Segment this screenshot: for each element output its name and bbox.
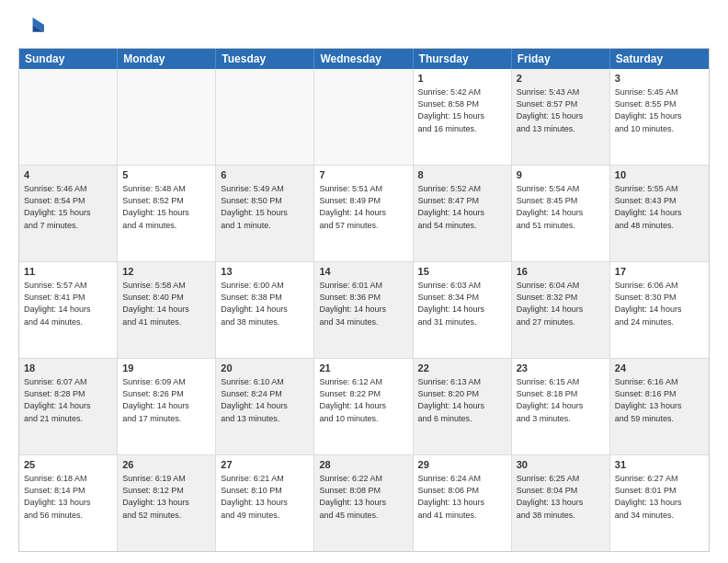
day-number: 6: [221, 168, 309, 182]
day-number: 25: [24, 458, 112, 472]
calendar-header-cell: Sunday: [19, 49, 118, 69]
cell-info: Sunrise: 5:45 AMSunset: 8:55 PMDaylight:…: [615, 86, 704, 134]
day-number: 26: [122, 458, 210, 472]
cell-info: Sunrise: 5:48 AMSunset: 8:52 PMDaylight:…: [122, 183, 210, 231]
calendar-cell: 25Sunrise: 6:18 AMSunset: 8:14 PMDayligh…: [19, 455, 118, 551]
calendar-header-cell: Wednesday: [314, 49, 413, 69]
calendar-header-cell: Friday: [512, 49, 610, 69]
day-number: 20: [221, 362, 309, 375]
day-number: 21: [319, 362, 407, 375]
day-number: 12: [122, 265, 210, 279]
cell-info: Sunrise: 5:58 AMSunset: 8:40 PMDaylight:…: [122, 280, 210, 327]
calendar-week: 25Sunrise: 6:18 AMSunset: 8:14 PMDayligh…: [19, 455, 709, 551]
calendar-cell: 23Sunrise: 6:15 AMSunset: 8:18 PMDayligh…: [512, 359, 610, 454]
day-number: 29: [418, 458, 506, 472]
logo-icon: [18, 15, 44, 40]
cell-info: Sunrise: 6:09 AMSunset: 8:26 PMDaylight:…: [122, 376, 210, 424]
calendar-cell: 22Sunrise: 6:13 AMSunset: 8:20 PMDayligh…: [414, 359, 512, 454]
day-number: 24: [615, 362, 704, 375]
cell-info: Sunrise: 6:24 AMSunset: 8:06 PMDaylight:…: [418, 473, 506, 521]
day-number: 10: [615, 168, 704, 182]
cell-info: Sunrise: 5:54 AMSunset: 8:45 PMDaylight:…: [517, 183, 605, 231]
calendar-cell: [19, 69, 118, 165]
calendar-week: 18Sunrise: 6:07 AMSunset: 8:28 PMDayligh…: [19, 359, 709, 455]
day-number: 18: [24, 362, 112, 375]
cell-info: Sunrise: 5:51 AMSunset: 8:49 PMDaylight:…: [319, 183, 407, 231]
cell-info: Sunrise: 6:16 AMSunset: 8:16 PMDaylight:…: [615, 376, 704, 424]
calendar-cell: 20Sunrise: 6:10 AMSunset: 8:24 PMDayligh…: [216, 359, 314, 454]
calendar: SundayMondayTuesdayWednesdayThursdayFrid…: [18, 48, 710, 552]
cell-info: Sunrise: 6:27 AMSunset: 8:01 PMDaylight:…: [615, 473, 704, 521]
cell-info: Sunrise: 5:55 AMSunset: 8:43 PMDaylight:…: [615, 183, 704, 231]
cell-info: Sunrise: 6:01 AMSunset: 8:36 PMDaylight:…: [319, 280, 407, 327]
calendar-cell: 10Sunrise: 5:55 AMSunset: 8:43 PMDayligh…: [610, 166, 709, 261]
cell-info: Sunrise: 6:04 AMSunset: 8:32 PMDaylight:…: [517, 280, 605, 327]
day-number: 27: [221, 458, 309, 472]
page: SundayMondayTuesdayWednesdayThursdayFrid…: [0, 0, 728, 563]
cell-info: Sunrise: 5:52 AMSunset: 8:47 PMDaylight:…: [418, 183, 506, 231]
cell-info: Sunrise: 6:25 AMSunset: 8:04 PMDaylight:…: [517, 473, 605, 521]
cell-info: Sunrise: 5:49 AMSunset: 8:50 PMDaylight:…: [221, 183, 309, 231]
day-number: 5: [122, 168, 210, 182]
calendar-cell: 18Sunrise: 6:07 AMSunset: 8:28 PMDayligh…: [19, 359, 118, 454]
calendar-cell: 8Sunrise: 5:52 AMSunset: 8:47 PMDaylight…: [414, 166, 512, 261]
cell-info: Sunrise: 6:06 AMSunset: 8:30 PMDaylight:…: [615, 280, 704, 327]
calendar-cell: 11Sunrise: 5:57 AMSunset: 8:41 PMDayligh…: [19, 262, 118, 358]
calendar-header-cell: Saturday: [610, 49, 709, 69]
calendar-week: 11Sunrise: 5:57 AMSunset: 8:41 PMDayligh…: [19, 262, 709, 359]
calendar-header: SundayMondayTuesdayWednesdayThursdayFrid…: [19, 49, 709, 69]
cell-info: Sunrise: 6:00 AMSunset: 8:38 PMDaylight:…: [221, 280, 309, 327]
calendar-cell: 19Sunrise: 6:09 AMSunset: 8:26 PMDayligh…: [118, 359, 216, 454]
day-number: 2: [517, 72, 605, 86]
cell-info: Sunrise: 5:42 AMSunset: 8:58 PMDaylight:…: [418, 86, 506, 134]
calendar-body: 1Sunrise: 5:42 AMSunset: 8:58 PMDaylight…: [19, 69, 709, 551]
calendar-cell: 9Sunrise: 5:54 AMSunset: 8:45 PMDaylight…: [512, 166, 610, 261]
cell-info: Sunrise: 6:21 AMSunset: 8:10 PMDaylight:…: [221, 473, 309, 521]
day-number: 16: [517, 265, 605, 279]
calendar-cell: 4Sunrise: 5:46 AMSunset: 8:54 PMDaylight…: [19, 166, 118, 261]
calendar-cell: 16Sunrise: 6:04 AMSunset: 8:32 PMDayligh…: [512, 262, 610, 358]
cell-info: Sunrise: 6:12 AMSunset: 8:22 PMDaylight:…: [319, 376, 407, 424]
cell-info: Sunrise: 6:19 AMSunset: 8:12 PMDaylight:…: [122, 473, 210, 521]
logo: [18, 15, 48, 40]
day-number: 22: [418, 362, 506, 375]
day-number: 28: [319, 458, 407, 472]
calendar-cell: 14Sunrise: 6:01 AMSunset: 8:36 PMDayligh…: [314, 262, 413, 358]
cell-info: Sunrise: 5:43 AMSunset: 8:57 PMDaylight:…: [517, 86, 605, 134]
day-number: 17: [615, 265, 704, 279]
calendar-cell: 27Sunrise: 6:21 AMSunset: 8:10 PMDayligh…: [216, 455, 314, 551]
day-number: 19: [122, 362, 210, 375]
cell-info: Sunrise: 5:57 AMSunset: 8:41 PMDaylight:…: [24, 280, 112, 327]
calendar-cell: 7Sunrise: 5:51 AMSunset: 8:49 PMDaylight…: [314, 166, 413, 261]
day-number: 8: [418, 168, 506, 182]
cell-info: Sunrise: 6:03 AMSunset: 8:34 PMDaylight:…: [418, 280, 506, 327]
day-number: 14: [319, 265, 407, 279]
calendar-cell: 31Sunrise: 6:27 AMSunset: 8:01 PMDayligh…: [610, 455, 709, 551]
day-number: 4: [24, 168, 112, 182]
calendar-header-cell: Thursday: [414, 49, 512, 69]
calendar-header-cell: Tuesday: [216, 49, 314, 69]
calendar-cell: 26Sunrise: 6:19 AMSunset: 8:12 PMDayligh…: [118, 455, 216, 551]
cell-info: Sunrise: 6:15 AMSunset: 8:18 PMDaylight:…: [517, 376, 605, 424]
calendar-cell: 3Sunrise: 5:45 AMSunset: 8:55 PMDaylight…: [610, 69, 709, 165]
calendar-cell: 21Sunrise: 6:12 AMSunset: 8:22 PMDayligh…: [314, 359, 413, 454]
cell-info: Sunrise: 6:13 AMSunset: 8:20 PMDaylight:…: [418, 376, 506, 424]
day-number: 1: [418, 72, 506, 86]
cell-info: Sunrise: 6:18 AMSunset: 8:14 PMDaylight:…: [24, 473, 112, 521]
calendar-cell: 2Sunrise: 5:43 AMSunset: 8:57 PMDaylight…: [512, 69, 610, 165]
cell-info: Sunrise: 5:46 AMSunset: 8:54 PMDaylight:…: [24, 183, 112, 231]
day-number: 30: [517, 458, 605, 472]
calendar-cell: 13Sunrise: 6:00 AMSunset: 8:38 PMDayligh…: [216, 262, 314, 358]
calendar-cell: 12Sunrise: 5:58 AMSunset: 8:40 PMDayligh…: [118, 262, 216, 358]
calendar-cell: [118, 69, 216, 165]
calendar-cell: 28Sunrise: 6:22 AMSunset: 8:08 PMDayligh…: [314, 455, 413, 551]
calendar-cell: 30Sunrise: 6:25 AMSunset: 8:04 PMDayligh…: [512, 455, 610, 551]
day-number: 9: [517, 168, 605, 182]
header: [18, 15, 710, 40]
cell-info: Sunrise: 6:22 AMSunset: 8:08 PMDaylight:…: [319, 473, 407, 521]
calendar-cell: 24Sunrise: 6:16 AMSunset: 8:16 PMDayligh…: [610, 359, 709, 454]
calendar-cell: 5Sunrise: 5:48 AMSunset: 8:52 PMDaylight…: [118, 166, 216, 261]
day-number: 23: [517, 362, 605, 375]
cell-info: Sunrise: 6:07 AMSunset: 8:28 PMDaylight:…: [24, 376, 112, 424]
calendar-cell: 17Sunrise: 6:06 AMSunset: 8:30 PMDayligh…: [610, 262, 709, 358]
